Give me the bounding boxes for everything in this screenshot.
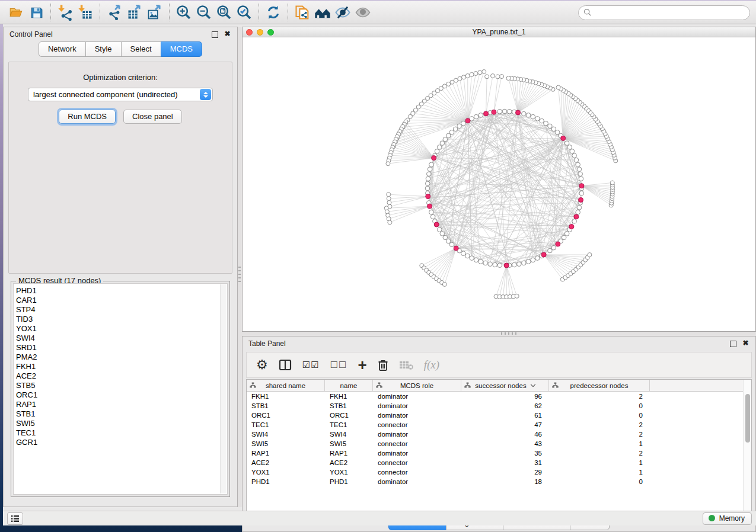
mcds-hub-node[interactable] bbox=[426, 194, 430, 199]
zoom-fit-button[interactable] bbox=[214, 3, 234, 22]
network-node[interactable] bbox=[551, 127, 556, 132]
table-row[interactable]: STB1STB1dominator620 bbox=[247, 401, 751, 411]
export-image-button[interactable] bbox=[145, 3, 165, 22]
cell-MCDS-role[interactable]: connector bbox=[373, 467, 461, 477]
network-node[interactable] bbox=[522, 261, 527, 265]
mcds-hub-node[interactable] bbox=[454, 246, 458, 251]
cell-name[interactable]: PHD1 bbox=[325, 477, 373, 486]
cell-shared-name[interactable]: STB1 bbox=[247, 401, 325, 411]
column-header-successor-nodes[interactable]: successor nodes bbox=[461, 380, 549, 391]
network-node[interactable] bbox=[435, 149, 439, 154]
float-panel-icon[interactable] bbox=[730, 341, 736, 347]
list-item[interactable]: RAP1 bbox=[16, 400, 227, 409]
network-node[interactable] bbox=[474, 114, 479, 119]
network-node[interactable] bbox=[496, 75, 500, 79]
network-node[interactable] bbox=[572, 153, 577, 158]
network-node[interactable] bbox=[425, 186, 430, 191]
search-input[interactable] bbox=[595, 8, 745, 17]
tab-style[interactable]: Style bbox=[85, 41, 122, 57]
network-node[interactable] bbox=[551, 245, 556, 250]
mcds-hub-node[interactable] bbox=[434, 222, 439, 227]
network-node[interactable] bbox=[488, 262, 493, 267]
cell-name[interactable]: TEC1 bbox=[325, 420, 373, 430]
cell-shared-name[interactable]: PHD1 bbox=[247, 477, 325, 486]
run-mcds-button[interactable]: Run MCDS bbox=[59, 110, 116, 124]
zoom-out-button[interactable] bbox=[194, 3, 214, 22]
clone-network-button[interactable] bbox=[292, 3, 312, 22]
network-node[interactable] bbox=[579, 177, 583, 181]
tab-mcds[interactable]: MCDS bbox=[161, 41, 202, 57]
list-item[interactable]: ORC1 bbox=[16, 390, 227, 400]
mcds-hub-node[interactable] bbox=[569, 225, 574, 229]
network-node[interactable] bbox=[437, 145, 442, 150]
network-node[interactable] bbox=[462, 75, 466, 79]
optimization-criterion-select[interactable]: largest connected component (undirected) bbox=[28, 88, 213, 101]
network-node[interactable] bbox=[482, 70, 486, 74]
network-node[interactable] bbox=[479, 113, 483, 118]
cell-successor-nodes[interactable]: 62 bbox=[461, 401, 549, 411]
network-node[interactable] bbox=[535, 256, 540, 261]
network-node[interactable] bbox=[453, 127, 458, 132]
cell-predecessor-nodes[interactable]: 2 bbox=[549, 420, 650, 430]
network-node[interactable] bbox=[449, 130, 454, 134]
network-node[interactable] bbox=[564, 141, 569, 146]
network-node[interactable] bbox=[506, 76, 511, 81]
cell-MCDS-role[interactable]: dominator bbox=[373, 477, 461, 486]
cell-successor-nodes[interactable]: 31 bbox=[461, 458, 549, 467]
network-node[interactable] bbox=[531, 258, 535, 262]
network-node[interactable] bbox=[386, 162, 390, 166]
list-item[interactable]: SWI4 bbox=[16, 334, 227, 343]
table-row[interactable]: ORC1ORC1dominator610 bbox=[247, 411, 751, 420]
network-node[interactable] bbox=[454, 78, 458, 82]
vertical-splitter[interactable] bbox=[238, 27, 242, 507]
list-item[interactable]: STB1 bbox=[16, 409, 227, 419]
network-node[interactable] bbox=[497, 263, 502, 268]
import-network-button[interactable] bbox=[55, 3, 75, 22]
network-canvas[interactable] bbox=[243, 37, 755, 331]
network-node[interactable] bbox=[470, 72, 474, 76]
network-node[interactable] bbox=[427, 172, 432, 177]
network-node[interactable] bbox=[446, 239, 451, 243]
network-node[interactable] bbox=[564, 232, 569, 236]
network-node[interactable] bbox=[437, 227, 442, 232]
network-node[interactable] bbox=[387, 197, 391, 201]
table-row[interactable]: SWI5SWI5connector431 bbox=[247, 439, 751, 448]
zoom-selected-button[interactable] bbox=[234, 3, 254, 22]
network-node[interactable] bbox=[387, 200, 391, 204]
network-node[interactable] bbox=[526, 113, 531, 118]
cell-name[interactable]: STB1 bbox=[325, 401, 373, 411]
export-network-button[interactable] bbox=[104, 3, 125, 22]
cell-predecessor-nodes[interactable]: 1 bbox=[549, 458, 650, 467]
mcds-hub-node[interactable] bbox=[492, 110, 496, 114]
network-node[interactable] bbox=[465, 73, 470, 78]
cell-name[interactable]: RAP1 bbox=[325, 448, 373, 458]
network-node[interactable] bbox=[491, 74, 495, 78]
network-node[interactable] bbox=[457, 124, 462, 129]
network-node[interactable] bbox=[548, 124, 553, 129]
cell-name[interactable]: ORC1 bbox=[325, 411, 373, 420]
network-node[interactable] bbox=[461, 121, 466, 126]
network-node[interactable] bbox=[461, 251, 466, 256]
show-all-button[interactable] bbox=[353, 3, 373, 22]
cell-successor-nodes[interactable]: 43 bbox=[461, 439, 549, 448]
cell-MCDS-role[interactable]: connector bbox=[373, 458, 461, 467]
list-item[interactable]: SRD1 bbox=[16, 343, 227, 352]
table-row[interactable]: FKH1FKH1dominator962 bbox=[247, 392, 751, 401]
network-node[interactable] bbox=[576, 162, 580, 167]
network-node[interactable] bbox=[556, 85, 560, 89]
cell-shared-name[interactable]: YOX1 bbox=[247, 467, 325, 477]
table-row[interactable]: SWI4SWI4dominator462 bbox=[247, 430, 751, 439]
table-row[interactable]: TEC1TEC1connector472 bbox=[247, 420, 751, 430]
cell-successor-nodes[interactable]: 96 bbox=[461, 392, 549, 401]
create-column-button[interactable]: + bbox=[358, 357, 367, 373]
cell-name[interactable]: ACE2 bbox=[325, 458, 373, 467]
network-node[interactable] bbox=[526, 259, 531, 264]
cell-MCDS-role[interactable]: connector bbox=[373, 439, 461, 448]
table-row[interactable]: YOX1YOX1connector291 bbox=[247, 467, 751, 477]
cell-successor-nodes[interactable]: 29 bbox=[461, 467, 549, 477]
cell-shared-name[interactable]: RAP1 bbox=[247, 448, 325, 458]
network-node[interactable] bbox=[442, 282, 446, 286]
function-builder-button[interactable]: f(x) bbox=[424, 357, 439, 373]
cell-name[interactable]: YOX1 bbox=[325, 467, 373, 477]
refresh-view-button[interactable] bbox=[263, 3, 283, 22]
